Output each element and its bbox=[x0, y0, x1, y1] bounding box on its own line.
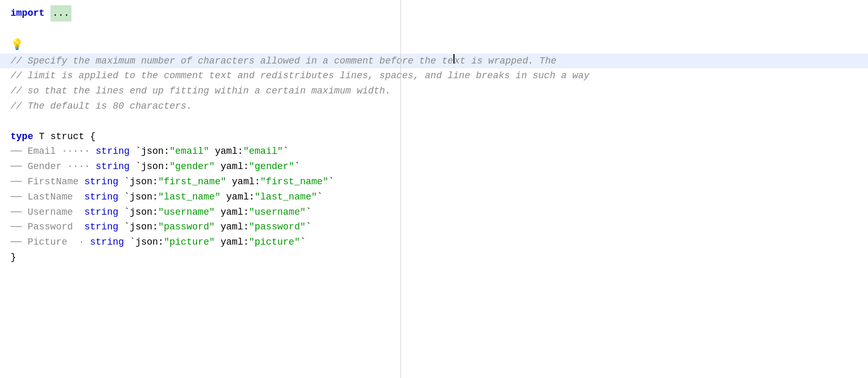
lightbulb-line: 💡 bbox=[0, 37, 868, 54]
gender-yaml-sep: yaml: bbox=[215, 159, 249, 174]
gender-type: string bbox=[90, 159, 130, 174]
comment-line-2: // limit is applied to the comment text … bbox=[0, 68, 868, 83]
type-space: T bbox=[33, 129, 50, 144]
field-gender-line: ── Gender ···· string `json:"gender" yam… bbox=[0, 159, 868, 174]
username-type: string bbox=[84, 205, 118, 220]
username-dash: ── Username bbox=[11, 205, 84, 220]
firstname-tag-open: `json: bbox=[118, 174, 158, 190]
lastname-dash: ── LastName bbox=[11, 190, 84, 205]
username-json-tag: "username" bbox=[158, 205, 215, 220]
email-json-tag: "email" bbox=[169, 144, 209, 159]
password-type: string bbox=[84, 219, 118, 235]
import-space bbox=[45, 6, 50, 21]
firstname-dash: ── FirstName bbox=[11, 174, 84, 190]
field-username-line: ── Username string `json:"username" yaml… bbox=[0, 205, 868, 220]
struct-keyword: struct bbox=[50, 129, 85, 144]
picture-yaml-sep: yaml: bbox=[215, 235, 249, 250]
firstname-yaml-sep: yaml: bbox=[226, 174, 261, 190]
vertical-divider bbox=[400, 0, 401, 378]
close-brace-line: } bbox=[0, 250, 868, 265]
password-tag-open: `json: bbox=[118, 219, 158, 235]
firstname-type: string bbox=[84, 174, 118, 190]
import-keyword: import bbox=[11, 6, 45, 21]
lastname-tag-open: `json: bbox=[118, 190, 158, 205]
firstname-json-tag: "first_name" bbox=[158, 174, 226, 190]
email-type: string bbox=[90, 144, 130, 159]
picture-dash: ── Picture bbox=[11, 235, 79, 250]
brace-close: } bbox=[11, 250, 16, 265]
lastname-json-tag: "last_name" bbox=[158, 190, 221, 205]
password-dash: ── Password bbox=[11, 219, 84, 235]
email-tag-open: `json: bbox=[130, 144, 170, 159]
field-firstname-line: ── FirstName string `json:"first_name" y… bbox=[0, 174, 868, 190]
picture-json-tag: "picture" bbox=[164, 235, 215, 250]
gender-tag-open: `json: bbox=[130, 159, 170, 174]
gender-json-tag: "gender" bbox=[170, 159, 215, 174]
username-yaml-tag: "username" bbox=[249, 205, 306, 220]
password-yaml-sep: yaml: bbox=[215, 219, 249, 235]
comment-line-1: // Specify the maximum number of charact… bbox=[0, 54, 868, 69]
picture-yaml-tag: "picture" bbox=[249, 235, 300, 250]
field-email-line: ── Email ····· string `json:"email" yaml… bbox=[0, 144, 868, 159]
lastname-type: string bbox=[84, 190, 118, 205]
field-lastname-line: ── LastName string `json:"last_name" yam… bbox=[0, 190, 868, 205]
import-dots: ... bbox=[50, 5, 71, 22]
lastname-yaml-sep: yaml: bbox=[221, 190, 255, 205]
username-tag-open: `json: bbox=[118, 205, 158, 220]
field-picture-line: ── Picture · string `json:"picture" yaml… bbox=[0, 235, 868, 250]
type-keyword: type bbox=[11, 129, 33, 144]
picture-type: string bbox=[84, 235, 124, 250]
email-dash: ── Email bbox=[11, 144, 61, 159]
editor-container: import ... 💡 // Specify the maximum numb… bbox=[0, 0, 868, 378]
empty-line-2 bbox=[0, 114, 868, 129]
brace-open: { bbox=[84, 129, 96, 144]
username-yaml-sep: yaml: bbox=[215, 205, 249, 220]
code-area[interactable]: import ... 💡 // Specify the maximum numb… bbox=[0, 0, 868, 378]
comment-text-1: // Specify the maximum number of charact… bbox=[11, 54, 453, 69]
comment-text-1b: xt is wrapped. The bbox=[454, 54, 556, 69]
comment-line-4: // The default is 80 characters. bbox=[0, 99, 868, 114]
gender-yaml-tag: "gender" bbox=[249, 159, 294, 174]
comment-line-3: // so that the lines end up fitting with… bbox=[0, 83, 868, 99]
lightbulb-icon: 💡 bbox=[11, 37, 24, 54]
comment-text-4: // The default is 80 characters. bbox=[11, 99, 192, 114]
empty-line-1 bbox=[0, 22, 868, 37]
picture-tag-open: `json: bbox=[124, 235, 164, 250]
password-json-tag: "password" bbox=[158, 219, 215, 235]
type-declaration-line: type T struct { bbox=[0, 129, 868, 144]
comment-text-2: // limit is applied to the comment text … bbox=[11, 68, 590, 83]
lastname-yaml-tag: "last_name" bbox=[255, 190, 317, 205]
password-yaml-tag: "password" bbox=[249, 219, 306, 235]
field-password-line: ── Password string `json:"password" yaml… bbox=[0, 219, 868, 235]
firstname-yaml-tag: "first_name" bbox=[260, 174, 328, 190]
gender-dash: ── Gender bbox=[11, 159, 67, 174]
import-line: import ... bbox=[0, 5, 868, 22]
email-yaml-tag: "email" bbox=[243, 144, 283, 159]
comment-text-3: // so that the lines end up fitting with… bbox=[11, 83, 391, 99]
email-yaml-sep: yaml: bbox=[209, 144, 243, 159]
